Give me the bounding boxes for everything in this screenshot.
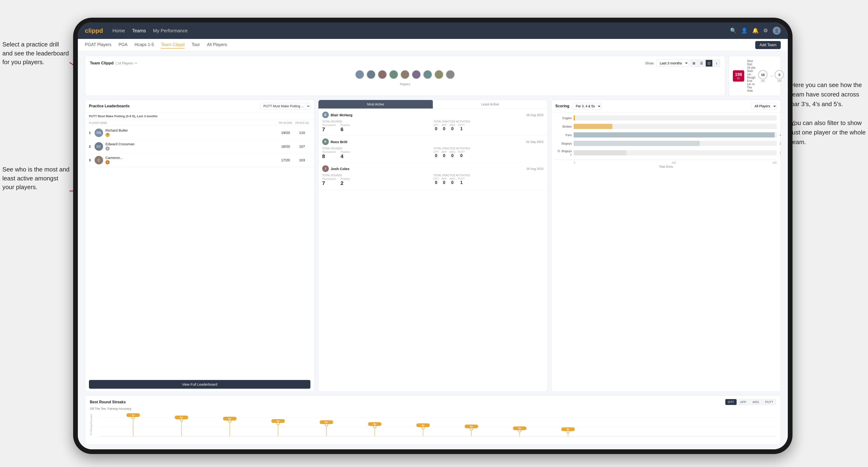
streaks-tab-app[interactable]: APP bbox=[738, 399, 749, 405]
view-card-btn[interactable]: ⊡ bbox=[706, 60, 713, 67]
annotation-left-top: Select a practice drill and see the lead… bbox=[2, 40, 71, 67]
subnav-pgat[interactable]: PGAT Players bbox=[85, 41, 111, 49]
avatar[interactable]: 👤 bbox=[773, 27, 781, 35]
lb-player-info-3: Cameron... 3 bbox=[105, 156, 277, 164]
tab-most-active[interactable]: Most Active bbox=[318, 100, 433, 108]
streaks-header: Best Round Streaks OTT APP ARG PUTT bbox=[90, 399, 776, 405]
streaks-section: Best Round Streaks OTT APP ARG PUTT Off … bbox=[85, 396, 781, 445]
settings-icon[interactable]: ⚙ bbox=[763, 28, 768, 34]
activity-row-3: J Josh Coles 26 Aug 2023 Total Rounds bbox=[318, 162, 548, 189]
bar-row-bogeys: Bogeys 311 bbox=[555, 141, 777, 146]
table-row[interactable]: 3 C Cameron... 3 17/20 103 bbox=[85, 153, 314, 167]
table-row[interactable]: 2 EC Edward Crossman 2 18/20 107 bbox=[85, 139, 314, 153]
shot-dist: Shot Dist: 16 yds bbox=[747, 59, 755, 69]
subnav-pga[interactable]: PGA bbox=[118, 41, 127, 49]
view-grid-btn[interactable]: ⊞ bbox=[690, 60, 698, 67]
svg-text:4x: 4x bbox=[470, 425, 473, 428]
search-icon[interactable]: 🔍 bbox=[730, 28, 736, 34]
chart-axis-title: Total Shots bbox=[555, 165, 777, 168]
scoring-title: Scoring bbox=[555, 104, 569, 108]
player-filter-select[interactable]: All Players bbox=[751, 103, 777, 110]
player-avatar-8[interactable] bbox=[434, 70, 443, 79]
shot-end-lie: End Lie: In The Hole bbox=[747, 79, 755, 92]
show-label: Show: bbox=[645, 61, 654, 65]
nav-links: Home Teams My Performance bbox=[113, 27, 730, 34]
annotation-right: Here you can see how the team have score… bbox=[790, 80, 866, 147]
table-row[interactable]: 1 RB Richard Butler 🥇 19/20 110 bbox=[85, 126, 314, 139]
scoring-bar-chart: Eagles 3 Birdies bbox=[552, 113, 780, 392]
subnav-all-players[interactable]: All Players bbox=[207, 41, 227, 49]
svg-text:4x: 4x bbox=[373, 423, 376, 426]
leaderboards-columns: PLAYER NAME PB SCORE PB AVG SQ bbox=[85, 120, 314, 126]
svg-text:5x: 5x bbox=[277, 419, 280, 423]
player-avatar-1[interactable] bbox=[355, 70, 364, 79]
activity-tabs: Most Active Least Active bbox=[318, 100, 548, 109]
player-avatar-6[interactable] bbox=[412, 70, 421, 79]
tablet-screen: clippd Home Teams My Performance 🔍 👤 🔔 ⚙… bbox=[78, 22, 788, 449]
subnav-team-clippd[interactable]: Team Clippd bbox=[161, 41, 184, 49]
subnav: PGAT Players PGA Hcaps 1-5 Team Clippd T… bbox=[78, 39, 788, 51]
subnav-hcaps[interactable]: Hcaps 1-5 bbox=[134, 41, 154, 49]
activity-card: Most Active Least Active B Blair McHarg … bbox=[318, 100, 548, 392]
svg-text:6x: 6x bbox=[228, 417, 231, 420]
nav-link-home[interactable]: Home bbox=[113, 27, 125, 34]
drill-select[interactable]: PUTT Must Make Putting ... bbox=[260, 103, 310, 110]
svg-text:3x: 3x bbox=[566, 428, 569, 431]
players-label: Players bbox=[90, 82, 720, 86]
tablet-frame: clippd Home Teams My Performance 🔍 👤 🔔 ⚙… bbox=[73, 18, 793, 454]
lb-player-info-1: Richard Butler 🥇 bbox=[105, 128, 277, 137]
streaks-tab-ott[interactable]: OTT bbox=[725, 399, 737, 405]
player-avatar-4[interactable] bbox=[389, 70, 398, 79]
main-content: Team Clippd | 14 Players ✏ Show: Last 3 … bbox=[78, 51, 788, 449]
nav-link-teams[interactable]: Teams bbox=[132, 27, 146, 34]
view-sort-btn[interactable]: ↕ bbox=[713, 60, 720, 67]
player-avatar-5[interactable] bbox=[401, 70, 409, 79]
practice-leaderboards-card: Practice Leaderboards PUTT Must Make Put… bbox=[85, 100, 314, 392]
view-toggle: ⊞ ☰ ⊡ ↕ bbox=[690, 60, 720, 67]
player-avatar-2[interactable] bbox=[367, 70, 375, 79]
medal-gold: 🥇 bbox=[105, 133, 110, 137]
shot-circle-1: 16 bbox=[758, 70, 768, 80]
nav-icons: 🔍 👤 🔔 ⚙ 👤 bbox=[730, 27, 781, 35]
medal-silver: 2 bbox=[105, 147, 110, 151]
bar-fill-dbogeys bbox=[574, 150, 626, 155]
view-list-btn[interactable]: ☰ bbox=[698, 60, 705, 67]
streaks-subtitle: Off The Tee, Fairway Accuracy bbox=[90, 407, 776, 410]
shot-start-lie: Start Lie: Rough bbox=[747, 69, 755, 79]
streak-chart-container: % Fairway Accuracy bbox=[99, 413, 776, 441]
shot-badge-value: 198 bbox=[735, 72, 742, 77]
nav-link-myperformance[interactable]: My Performance bbox=[153, 27, 188, 34]
activity-avatar-1: B bbox=[322, 112, 329, 118]
edit-icon[interactable]: ✏ bbox=[135, 61, 137, 65]
player-avatar-7[interactable] bbox=[423, 70, 432, 79]
lb-player-info-2: Edward Crossman 2 bbox=[105, 142, 277, 151]
shot-circle-2: 0 bbox=[775, 70, 784, 80]
svg-text:6x: 6x bbox=[180, 416, 183, 419]
bell-icon[interactable]: 🔔 bbox=[752, 28, 758, 34]
bar-fill-pars bbox=[574, 132, 775, 137]
add-team-button[interactable]: Add Team bbox=[755, 41, 781, 49]
navbar: clippd Home Teams My Performance 🔍 👤 🔔 ⚙… bbox=[78, 22, 788, 39]
bar-row-pars: Pars 499 bbox=[555, 132, 777, 137]
team-player-count: | 14 Players bbox=[116, 61, 133, 65]
streaks-tab-putt[interactable]: PUTT bbox=[763, 399, 776, 405]
leaderboards-title: Practice Leaderboards bbox=[89, 104, 130, 108]
streak-svg: 7x 6x 6x bbox=[99, 413, 776, 441]
streaks-tab-arg[interactable]: ARG bbox=[750, 399, 762, 405]
shot-card: 198 SC Shot Dist: 16 yds Start Lie: Roug… bbox=[729, 56, 781, 96]
view-full-leaderboard-button[interactable]: View Full Leaderboard bbox=[89, 380, 310, 389]
scoring-header: Scoring Par 3, 4 & 5s All Players bbox=[552, 100, 780, 113]
leaderboards-header: Practice Leaderboards PUTT Must Make Put… bbox=[85, 100, 314, 113]
bar-row-dbogeys: D. Bogeys + 131 bbox=[555, 149, 777, 156]
subnav-tour[interactable]: Tour bbox=[191, 41, 200, 49]
tab-least-active[interactable]: Least Active bbox=[433, 100, 547, 108]
lb-avatar-2: EC bbox=[95, 142, 103, 151]
par-select[interactable]: Par 3, 4 & 5s bbox=[572, 103, 601, 110]
player-avatar-3[interactable] bbox=[378, 70, 387, 79]
player-avatar-9[interactable] bbox=[446, 70, 455, 79]
people-icon[interactable]: 👤 bbox=[741, 28, 747, 34]
show-select[interactable]: Last 3 months bbox=[656, 59, 688, 67]
activity-avatar-2: R bbox=[322, 138, 329, 145]
svg-text:7x: 7x bbox=[132, 414, 135, 416]
activity-row-2: R Rees Britt 02 Sep 2023 Total Rounds bbox=[318, 135, 548, 162]
